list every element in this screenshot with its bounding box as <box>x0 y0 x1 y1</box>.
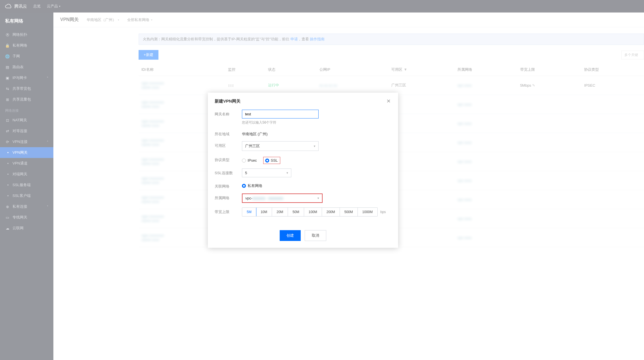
assoc-vpc-radio[interactable]: 私有网络 <box>242 183 262 188</box>
region-value: 华南地区 (广州) <box>242 130 391 137</box>
zone-select[interactable]: 广州三区▾ <box>242 141 319 151</box>
region-label: 所在地域 <box>215 130 242 137</box>
bw-option-200M[interactable]: 200M <box>322 208 340 216</box>
bw-option-20M[interactable]: 20M <box>272 208 288 216</box>
bw-unit: bps <box>380 210 386 214</box>
bw-option-1000M[interactable]: 1000M <box>358 208 377 216</box>
assoc-label: 关联网络 <box>215 182 242 189</box>
sslconn-label: SSL连接数 <box>215 168 242 176</box>
name-hint: 您还可以输入56个字符 <box>242 120 391 125</box>
name-input[interactable] <box>242 110 319 118</box>
sslconn-select[interactable]: 5▾ <box>242 168 291 177</box>
vpc-label: 所属网络 <box>215 193 242 201</box>
proto-ssl-radio[interactable]: SSL <box>263 157 281 164</box>
bw-option-500M[interactable]: 500M <box>340 208 358 216</box>
proto-label: 协议类型 <box>215 155 242 163</box>
bw-option-10M[interactable]: 10M <box>256 208 272 216</box>
vpc-select[interactable]: vpc-xxxxxxx · xxxxxxxx▾ <box>242 194 322 202</box>
create-button[interactable]: 创建 <box>280 230 301 241</box>
bw-label: 带宽上限 <box>215 207 242 215</box>
cancel-button[interactable]: 取消 <box>305 230 326 241</box>
modal-title: 新建VPN网关 <box>215 99 241 104</box>
proto-ipsec-radio[interactable]: IPsec <box>242 158 257 163</box>
bw-option-50M[interactable]: 50M <box>288 208 304 216</box>
bw-pills: 5M10M20M50M100M200M500M1000M <box>242 207 378 217</box>
bw-option-100M[interactable]: 100M <box>304 208 322 216</box>
zone-label: 可用区 <box>215 141 242 148</box>
close-icon[interactable]: ✕ <box>386 98 391 104</box>
bw-option-5M[interactable]: 5M <box>242 207 256 217</box>
name-label: 网关名称 <box>215 110 242 117</box>
create-vpn-modal: 新建VPN网关 ✕ 网关名称 您还可以输入56个字符 所在地域 华南地区 (广州… <box>208 93 398 248</box>
